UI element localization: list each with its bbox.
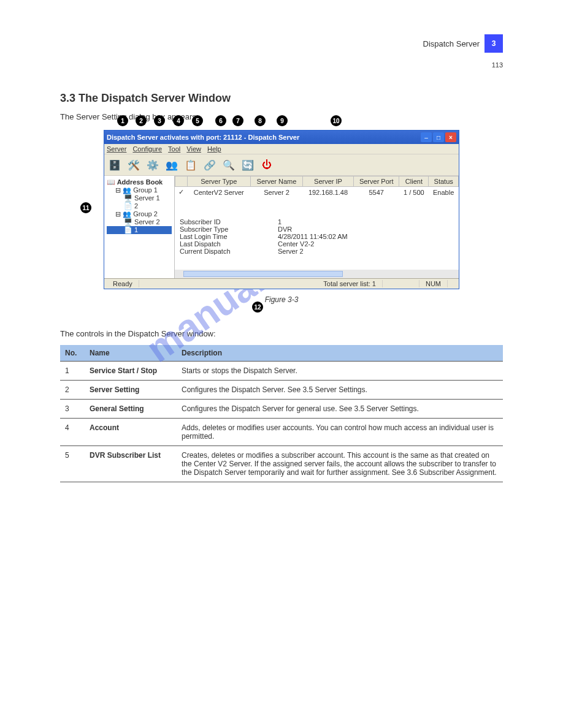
service-start-button[interactable]: 🗄️ xyxy=(105,156,124,174)
menubar: Server Configure Tool View Help xyxy=(104,144,459,154)
cell-desc: Configures the Dispatch Server for gener… xyxy=(177,399,503,418)
grid-row[interactable]: ✓ CenterV2 Server Server 2 192.168.1.48 … xyxy=(175,187,459,198)
figure-caption: Figure 3-3 xyxy=(60,295,503,304)
status-num: NUM xyxy=(419,280,448,287)
callout-4: 4 xyxy=(173,115,184,126)
detail-label-2: Last Login Time xyxy=(180,233,278,240)
horizontal-scrollbar[interactable] xyxy=(175,270,459,278)
callout-3: 3 xyxy=(154,115,165,126)
table-row: 1 Service Start / Stop Starts or stops t… xyxy=(60,361,503,380)
cell-no: 1 xyxy=(60,361,85,380)
tree-group-2[interactable]: Group 2 xyxy=(133,210,158,218)
grid-header-port[interactable]: Server Port xyxy=(354,176,399,187)
cell-name: Service Start / Stop xyxy=(85,361,177,380)
titlebar: Dispatch Server activates with port: 211… xyxy=(104,131,459,144)
grid-cell-name: Server 2 xyxy=(251,187,303,198)
detail-value-1: DVR xyxy=(278,226,292,233)
grid-header-type[interactable]: Server Type xyxy=(187,176,250,187)
cell-desc: Starts or stops the Dispatch Server. xyxy=(177,361,503,380)
th-name: Name xyxy=(85,345,177,362)
cell-desc: Adds, deletes or modifies user accounts.… xyxy=(177,418,503,446)
callout-6: 6 xyxy=(215,115,226,126)
detail-value-4: Server 2 xyxy=(278,248,304,255)
minimize-button[interactable]: – xyxy=(421,132,432,142)
server-grid: Server Type Server Name Server IP Server… xyxy=(175,176,459,197)
menu-server[interactable]: Server xyxy=(107,145,126,153)
app-window: Dispatch Server activates with port: 211… xyxy=(104,130,459,289)
detail-label-4: Current Dispatch xyxy=(180,248,278,255)
cell-desc: Configures the Dispatch Server. See 3.5 … xyxy=(177,380,503,399)
grid-cell-ip: 192.168.1.48 xyxy=(302,187,353,198)
menu-tool[interactable]: Tool xyxy=(168,145,180,153)
callout-5: 5 xyxy=(192,115,203,126)
grid-cell-status: Enable xyxy=(429,187,459,198)
callout-1: 1 xyxy=(117,115,128,126)
callout-7: 7 xyxy=(232,115,243,126)
toolbar-button-8[interactable]: 🔄 xyxy=(239,156,257,174)
grid-header-check[interactable] xyxy=(175,176,188,187)
th-no: No. xyxy=(60,345,85,362)
address-book-tree[interactable]: 📖 Address Book ⊟ 👥 Group 1 🖥️ Server 1 📄… xyxy=(104,176,175,278)
detail-value-2: 4/28/2011 11:45:02 AM xyxy=(278,233,348,240)
section-title: 3.3 The Dispatch Server Window xyxy=(60,92,503,105)
callout-2: 2 xyxy=(136,115,147,126)
table-header-row: No. Name Description xyxy=(60,345,503,362)
server-setting-button[interactable]: 🛠️ xyxy=(124,156,143,174)
detail-label-0: Subscriber ID xyxy=(180,218,278,226)
callout-10: 10 xyxy=(331,115,342,126)
table-row: 2 Server Setting Configures the Dispatch… xyxy=(60,380,503,399)
tree-server-1[interactable]: Server 1 xyxy=(134,194,160,202)
chapter-title: Dispatch Server xyxy=(423,39,480,48)
th-desc: Description xyxy=(177,345,503,362)
toolbar: 🗄️ 🛠️ ⚙️ 👥 📋 🔗 🔍 🔄 ⏻ xyxy=(104,154,459,176)
window-title: Dispatch Server activates with port: 211… xyxy=(107,134,421,141)
controls-table: No. Name Description 1 Service Start / S… xyxy=(60,345,503,482)
detail-value-3: Center V2-2 xyxy=(278,240,314,248)
menu-help[interactable]: Help xyxy=(207,145,221,153)
table-row: 3 General Setting Configures the Dispatc… xyxy=(60,399,503,418)
cell-name: Account xyxy=(85,418,177,446)
cell-no: 3 xyxy=(60,399,85,418)
callout-12: 12 xyxy=(252,301,263,313)
cell-name: DVR Subscriber List xyxy=(85,446,177,482)
toolbar-button-6[interactable]: 🔗 xyxy=(201,156,219,174)
cell-name: Server Setting xyxy=(85,380,177,399)
callout-11: 11 xyxy=(80,202,91,213)
general-setting-button[interactable]: ⚙️ xyxy=(144,156,162,174)
detail-label-3: Last Dispatch xyxy=(180,240,278,248)
detail-label-1: Subscriber Type xyxy=(180,226,278,233)
table-row: 4 Account Adds, deletes or modifies user… xyxy=(60,418,503,446)
grid-cell-port: 5547 xyxy=(354,187,399,198)
detail-value-0: 1 xyxy=(278,218,282,226)
close-button[interactable]: × xyxy=(445,132,456,142)
grid-header-ip[interactable]: Server IP xyxy=(302,176,353,187)
tree-root: Address Book xyxy=(117,178,163,186)
subscriber-list-button[interactable]: 📋 xyxy=(182,156,200,174)
tree-server-2[interactable]: Server 2 xyxy=(134,218,160,226)
grid-cell-check[interactable]: ✓ xyxy=(175,187,188,198)
menu-view[interactable]: View xyxy=(186,145,201,153)
grid-cell-client: 1 / 500 xyxy=(399,187,429,198)
menu-configure[interactable]: Configure xyxy=(132,145,162,153)
status-total: Total server list: 1 xyxy=(317,280,383,287)
cell-no: 2 xyxy=(60,380,85,399)
grid-header-status[interactable]: Status xyxy=(429,176,459,187)
grid-header-name[interactable]: Server Name xyxy=(251,176,303,187)
maximize-button[interactable]: □ xyxy=(433,132,444,142)
callout-9: 9 xyxy=(277,115,288,126)
page-number: 113 xyxy=(492,61,503,69)
tree-group-1[interactable]: Group 1 xyxy=(133,186,158,194)
details-panel: Subscriber ID1 Subscriber TypeDVR Last L… xyxy=(175,216,459,257)
statusbar: Ready Total server list: 1 NUM xyxy=(104,278,459,289)
tree-item-1[interactable]: 1 xyxy=(134,226,138,233)
toolbar-button-7[interactable]: 🔍 xyxy=(220,156,238,174)
tree-item-2[interactable]: 2 xyxy=(134,202,138,210)
grid-header-client[interactable]: Client xyxy=(399,176,429,187)
account-button[interactable]: 👥 xyxy=(163,156,181,174)
cell-no: 4 xyxy=(60,418,85,446)
screenshot: 1 2 3 4 5 6 7 8 9 10 11 12 Dispatch Serv… xyxy=(104,130,459,289)
chapter-marker: 3 xyxy=(484,34,503,53)
cell-name: General Setting xyxy=(85,399,177,418)
cell-desc: Creates, deletes or modifies a subscribe… xyxy=(177,446,503,482)
toolbar-button-9[interactable]: ⏻ xyxy=(258,156,276,174)
